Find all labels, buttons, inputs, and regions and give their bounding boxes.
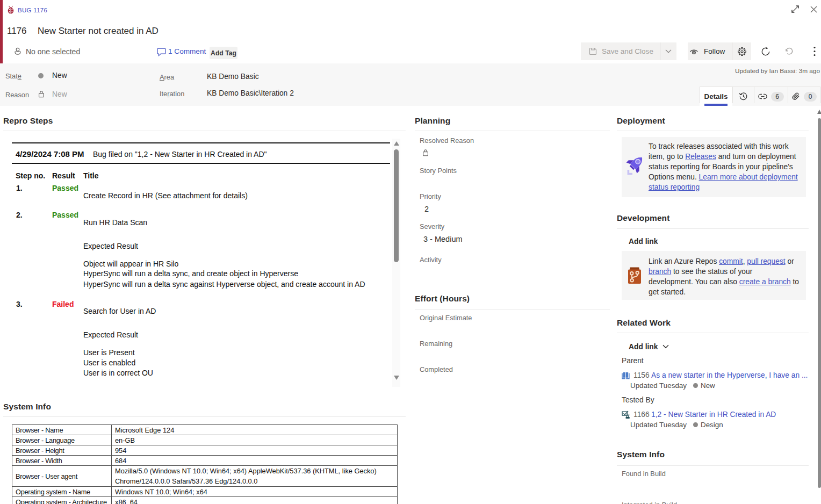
- system-info-right-heading: System Info: [617, 450, 665, 459]
- table-cell-value: en-GB: [112, 435, 398, 445]
- table-cell-value: Windows NT 10.0; Win64; x64: [112, 487, 398, 497]
- learn-more-link-2[interactable]: status reporting: [649, 183, 700, 191]
- reason-value: New: [52, 90, 67, 99]
- step-1-no: 1.: [16, 183, 23, 193]
- severity-value[interactable]: 3 - Medium: [423, 234, 463, 244]
- test-case-icon: [622, 411, 630, 419]
- area-value[interactable]: KB Demo Basic: [207, 72, 259, 82]
- table-row: Browser - Width684: [12, 456, 398, 466]
- steps-top-rule: [12, 142, 390, 143]
- tab-attachments[interactable]: 0: [788, 87, 820, 106]
- add-tag-button[interactable]: Add Tag: [210, 47, 237, 59]
- table-cell-key: Browser - Language: [12, 435, 112, 445]
- save-and-close-split-button[interactable]: Save and Close: [581, 42, 676, 60]
- save-options-chevron-button[interactable]: [660, 49, 676, 53]
- steps-mid-rule: [12, 163, 390, 164]
- steps-scrollbar-thumb[interactable]: [394, 149, 399, 262]
- parent-group-label: Parent: [622, 356, 644, 366]
- priority-value[interactable]: 2: [424, 204, 429, 214]
- text-segment: status reporting for Boards in your pipe…: [649, 163, 793, 171]
- related-item-link[interactable]: 1,2 - New Starter in HR Created in AD: [651, 410, 776, 420]
- repro-steps-heading: Repro Steps: [3, 116, 53, 126]
- state-circle-icon: [693, 383, 698, 388]
- close-button[interactable]: [810, 6, 817, 13]
- steps-scroll-down-arrow[interactable]: [394, 376, 399, 380]
- priority-label: Priority: [420, 192, 441, 201]
- steps-filed-text: Bug filed on "1,2 - New Starter in HR Cr…: [93, 149, 267, 159]
- access-key-underline: A: [160, 73, 164, 81]
- step-2-title: Run HR Data Scan: [83, 218, 147, 227]
- table-row: Browser - NameMicrosoft Edge 124: [12, 425, 398, 435]
- releases-link[interactable]: Releases: [685, 153, 716, 161]
- commit-link[interactable]: commit: [719, 257, 743, 265]
- deployment-divider: [617, 131, 809, 131]
- comment-icon: [157, 48, 166, 56]
- work-item-fields-band: [0, 63, 821, 106]
- step-3-expected-3: User is in correct OU: [83, 368, 153, 378]
- related-item-link[interactable]: As a new starter in the Hyperverse, I ha…: [651, 371, 808, 380]
- tab-separator: [788, 87, 788, 103]
- text-segment: Options menu.: [649, 173, 699, 181]
- table-cell-value: x86_64: [112, 497, 398, 504]
- lock-icon: [38, 90, 45, 98]
- tab-details[interactable]: Details: [700, 87, 732, 106]
- learn-more-link[interactable]: Learn more about deployment: [699, 173, 798, 181]
- create-branch-link[interactable]: create a branch: [739, 278, 791, 286]
- tab-links[interactable]: 6: [754, 87, 788, 106]
- state-value[interactable]: New: [52, 71, 67, 81]
- follow-button[interactable]: Follow: [688, 47, 732, 55]
- steps-col-stepno: Step no.: [16, 171, 45, 181]
- iteration-value[interactable]: KB Demo Basic\Iteration 2: [207, 89, 294, 98]
- updated-by-text[interactable]: Updated by Ian Bassi: 3m ago: [735, 66, 820, 76]
- table-cell-key: Browser - Width: [12, 456, 112, 466]
- comments-link[interactable]: 1 Comment: [168, 47, 206, 56]
- page-scrollbar-thumb[interactable]: [818, 118, 821, 488]
- table-cell-key: Browser - Name: [12, 425, 112, 435]
- step-1-title: Create Record in HR (See attachment for …: [83, 191, 248, 200]
- branch-link[interactable]: branch: [649, 268, 671, 276]
- notification-settings-button[interactable]: [732, 47, 751, 56]
- text-segment: Stat: [5, 72, 18, 80]
- story-points-label: Story Points: [420, 166, 457, 176]
- related-add-link[interactable]: Add link: [629, 342, 658, 352]
- tested-by-group-label: Tested By: [622, 395, 654, 405]
- work-item-type-link[interactable]: BUG 1176: [18, 5, 47, 15]
- deployment-text: To track releases associated with this w…: [649, 141, 798, 192]
- table-row: Browser - Height954: [12, 445, 398, 456]
- rocket-icon: [626, 155, 644, 175]
- work-item-type-color-bar: [0, 0, 3, 64]
- maximize-button[interactable]: [791, 5, 800, 14]
- text-segment: Ite: [160, 90, 167, 98]
- related-item-updated: Updated Tuesday: [630, 381, 687, 391]
- maximize-icon: [791, 5, 799, 13]
- table-cell-key: Operating system - Architecture: [12, 497, 112, 504]
- related-item-state: Design: [701, 420, 723, 430]
- tab-history[interactable]: [732, 87, 754, 106]
- tab-details-label: Details: [704, 92, 728, 100]
- work-item-title[interactable]: New Starter not created in AD: [38, 25, 159, 38]
- lock-icon: [422, 149, 429, 156]
- attachments-count-badge: 0: [804, 92, 817, 102]
- steps-scroll-up-arrow[interactable]: [394, 141, 399, 146]
- found-in-build-label: Found in Build: [622, 469, 666, 479]
- refresh-button[interactable]: [761, 47, 770, 56]
- deployment-heading: Deployment: [617, 116, 665, 126]
- undo-button[interactable]: [784, 47, 794, 56]
- page-scroll-up-arrow[interactable]: [817, 110, 821, 114]
- related-item-state: New: [701, 381, 715, 391]
- remaining-label: Remaining: [420, 339, 452, 349]
- chevron-down-icon: [662, 344, 669, 349]
- system-info-table: Browser - NameMicrosoft Edge 124 Browser…: [12, 424, 398, 504]
- text-segment: to see the status of your: [671, 268, 752, 276]
- azure-repos-icon: [626, 267, 643, 284]
- assigned-to-field[interactable]: No one selected: [26, 47, 80, 56]
- more-actions-button[interactable]: [812, 46, 817, 57]
- tab-separator: [754, 87, 754, 103]
- text-segment: development. You can also: [649, 278, 739, 286]
- step-3-result: Failed: [52, 299, 74, 309]
- development-heading: Development: [617, 213, 669, 223]
- follow-button-group[interactable]: Follow: [688, 42, 751, 60]
- pull-request-link[interactable]: pull request: [747, 257, 785, 265]
- development-add-link[interactable]: Add link: [629, 237, 658, 247]
- close-icon: [810, 6, 817, 13]
